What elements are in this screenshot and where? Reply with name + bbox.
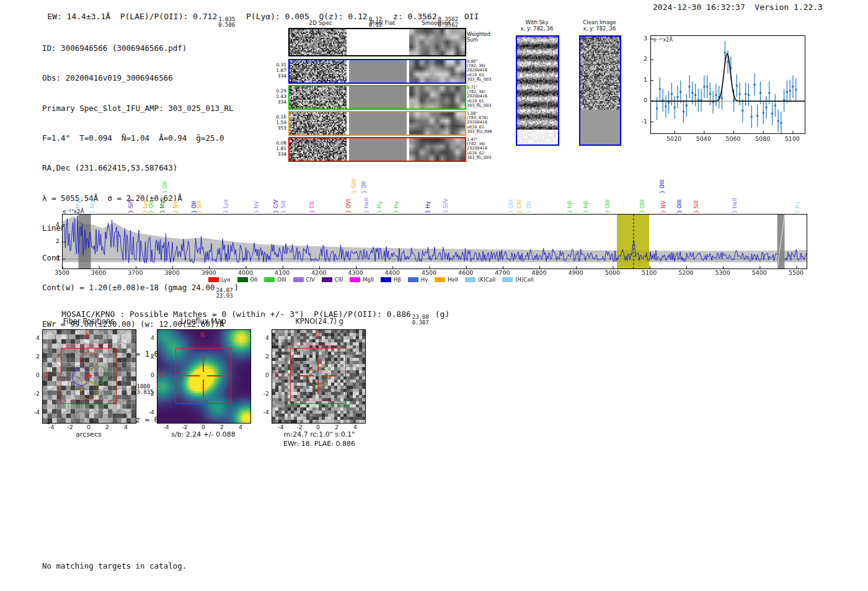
tick-label: 3 bbox=[634, 35, 647, 42]
tick-label: 0 bbox=[141, 371, 154, 378]
fiber-weight-label: 0.08 bbox=[273, 140, 286, 146]
info-obs: Obs: 20200416v019_3006946566 bbox=[42, 73, 239, 83]
spectral-line-label: } NV bbox=[254, 201, 260, 213]
cutout-strip bbox=[288, 137, 466, 162]
legend-item: CIV bbox=[293, 277, 315, 283]
fiber-weights: 0.161.59353 bbox=[273, 114, 286, 131]
tick-label: 4 bbox=[26, 334, 40, 341]
tick-label: 2 bbox=[634, 55, 647, 62]
spectral-line-label: } OVI bbox=[345, 199, 352, 213]
spectral-line-label: } OII bbox=[361, 181, 367, 193]
legend-swatch bbox=[408, 277, 418, 282]
tick-label: 0 bbox=[634, 97, 647, 104]
2d-spec-image bbox=[290, 86, 347, 109]
smoothed-image bbox=[409, 112, 465, 135]
tick-label: 2 bbox=[213, 424, 231, 430]
tick-label: 2 bbox=[141, 353, 154, 360]
legend-label: OII bbox=[250, 277, 258, 283]
tick-label: 2 bbox=[48, 238, 60, 244]
spectral-line-label: } OIII bbox=[676, 200, 683, 213]
tick-label: 4400 bbox=[379, 269, 406, 276]
fiber-weight-label: 334 bbox=[273, 99, 286, 105]
tick-label: 3800 bbox=[159, 269, 186, 276]
fiber-ids: 0.80"(782, 36)20200416v019_03303_RL_003 bbox=[467, 60, 495, 82]
tick-label: 0 bbox=[80, 424, 97, 430]
legend-label: Lyα bbox=[221, 277, 231, 283]
tick-label: 4100 bbox=[268, 269, 296, 276]
legend-swatch bbox=[237, 277, 248, 282]
tick-label: 4200 bbox=[305, 269, 332, 276]
fiber-weight-label: 1.81 bbox=[273, 146, 286, 151]
fiber-weights: 0.292.43334 bbox=[273, 88, 286, 105]
tick-label: 0 bbox=[48, 255, 60, 262]
legend-item: OII bbox=[237, 277, 258, 283]
pixel-flat-image bbox=[349, 60, 407, 82]
2d-spec-image bbox=[290, 138, 347, 161]
fiber-weight-label: 1.87 bbox=[273, 68, 286, 73]
tick-label: -4 bbox=[26, 409, 40, 415]
legend-label: Hβ bbox=[394, 277, 401, 283]
spectral-line-label: } NV bbox=[660, 201, 666, 213]
tick-label: -2 bbox=[176, 424, 193, 430]
legend-label: HeII bbox=[448, 277, 458, 283]
line-fit-plot bbox=[650, 35, 805, 134]
tick-label: -2 bbox=[141, 390, 154, 397]
legend-label: Hγ bbox=[421, 277, 428, 283]
with-sky-image bbox=[516, 35, 559, 146]
compass-north: N bbox=[315, 332, 319, 339]
tick-label: -1 bbox=[634, 118, 647, 125]
clean-image-title: Clean Image x, y: 782, 36 bbox=[569, 19, 631, 32]
tick-label: 3900 bbox=[195, 269, 223, 276]
cutout-strip bbox=[288, 28, 466, 56]
legend-swatch bbox=[322, 277, 332, 282]
fiber-ids: 1.08"(783, 876)20200416v019_02303_RU_096 bbox=[467, 112, 495, 134]
spectral-line-label: } Hγ bbox=[425, 201, 431, 213]
timestamp-version: 2024-12-30 16:32:37 Version 1.22.3 bbox=[653, 2, 823, 12]
tick-label: 1 bbox=[634, 76, 647, 83]
spectral-line-label: } Hγ bbox=[794, 201, 800, 213]
panel-title: With Sky bbox=[506, 19, 568, 25]
spectral-line-label: } SiIV bbox=[351, 179, 357, 193]
fiber-weights: 0.311.87334 bbox=[273, 62, 286, 79]
tick-label: 2 bbox=[255, 353, 269, 360]
spectral-line-label: } Hβ bbox=[567, 201, 573, 213]
fiber-weight-label: 1.59 bbox=[273, 120, 286, 125]
tick-label: 3700 bbox=[122, 269, 149, 276]
pixel-flat-image bbox=[349, 86, 407, 109]
compass-east: E bbox=[160, 371, 164, 378]
fiber-weights: 0.081.81334 bbox=[273, 140, 286, 157]
tick-label: 2 bbox=[99, 424, 116, 430]
panel-coords: x, y: 782, 36 bbox=[506, 25, 568, 32]
tick-label: 3600 bbox=[85, 269, 112, 276]
kpno-panel: N E bbox=[272, 329, 366, 424]
legend-item: OIII bbox=[264, 277, 286, 283]
legend-swatch bbox=[465, 277, 476, 282]
tick-label: 5080 bbox=[750, 135, 775, 142]
tick-label: 0 bbox=[195, 424, 212, 430]
tick-label: 4 bbox=[117, 424, 135, 430]
pixel-flat-image bbox=[349, 29, 407, 55]
spectral-line-label: } Hβ bbox=[583, 201, 589, 213]
legend-label: MgII bbox=[363, 277, 374, 283]
center-cross bbox=[88, 373, 89, 379]
compass-north: N bbox=[200, 332, 205, 339]
spectral-line-label: } HeII bbox=[363, 198, 370, 213]
pixel-flat-image bbox=[349, 138, 407, 161]
fiber-ids: 1.47"(782, 36)20200416v019_02303_RL_003 bbox=[467, 138, 495, 160]
spectral-line-label: } Hγ bbox=[376, 201, 383, 213]
tick-label: 5100 bbox=[636, 269, 663, 276]
spectrum-legend: LyαOIIOIIICIVCIIIMgIIHβHγHeII(K)CaII(H)C… bbox=[208, 277, 533, 283]
inset-flux-units-label: e⁻¹⁷x2Å bbox=[653, 37, 673, 43]
spectral-line-label: } SiII bbox=[280, 200, 286, 213]
tick-label: 0 bbox=[26, 371, 40, 378]
legend-swatch bbox=[502, 277, 513, 282]
tick-label: 4 bbox=[255, 334, 269, 341]
fiber-circle-orange bbox=[81, 382, 98, 399]
tick-label: 4 bbox=[232, 424, 249, 430]
tick-label: 3500 bbox=[48, 269, 76, 276]
info-seeing: F=1.4" T=0.094 N̄=1.04 Ā=0.94 ḡ=25.0 bbox=[42, 133, 239, 143]
fiber-weight-label: 353 bbox=[273, 125, 286, 131]
column-header-2dspec: 2D Spec bbox=[293, 20, 348, 26]
tick-label: 5020 bbox=[662, 135, 686, 142]
legend-swatch bbox=[350, 277, 360, 282]
